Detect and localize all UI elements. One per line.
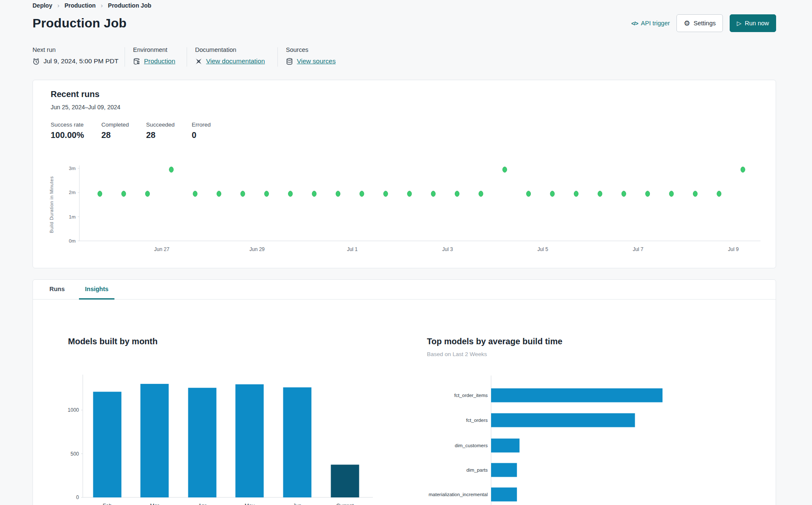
svg-text:Jul 3: Jul 3 <box>442 246 453 252</box>
sources-label: Sources <box>286 46 336 53</box>
svg-text:500: 500 <box>71 451 79 457</box>
recent-runs-card: Recent runs Jun 25, 2024–Jul 09, 2024 Su… <box>33 80 776 268</box>
documentation-label: Documentation <box>195 46 265 53</box>
view-documentation-link[interactable]: View documentation <box>206 57 265 65</box>
settings-label: Settings <box>694 20 716 27</box>
svg-text:fct_orders: fct_orders <box>466 418 488 423</box>
top-models-title: Top models by average build time <box>427 337 562 346</box>
svg-text:May: May <box>244 503 255 505</box>
build-duration-scatter-chart: 0m1m2m3mJun 27Jun 29Jul 1Jul 3Jul 5Jul 7… <box>41 143 772 259</box>
run-now-label: Run now <box>745 20 769 27</box>
svg-text:Jul 7: Jul 7 <box>633 246 644 252</box>
divider <box>277 47 278 67</box>
svg-text:3m: 3m <box>69 166 76 171</box>
header-actions: </> API trigger ⚙ Settings ▷ Run now <box>631 14 776 32</box>
meta-environment: Environment Production <box>133 46 175 65</box>
next-run-value: Jul 9, 2024, 5:00 PM PDT <box>43 57 118 65</box>
recent-runs-title: Recent runs <box>51 89 100 99</box>
page-title: Production Job <box>33 16 127 30</box>
recent-runs-date-range: Jun 25, 2024–Jul 09, 2024 <box>51 104 120 111</box>
stat-errored: Errored 0 <box>192 122 211 140</box>
job-detail-card: Runs Insights Models built by month 0500… <box>33 279 776 505</box>
divider <box>187 47 187 67</box>
svg-text:dim_parts: dim_parts <box>467 467 488 473</box>
svg-text:Feb: Feb <box>103 503 112 505</box>
svg-text:Jun 29: Jun 29 <box>250 246 265 252</box>
chevron-right-icon: › <box>57 2 60 9</box>
svg-text:1000: 1000 <box>68 407 79 413</box>
divider <box>125 47 125 67</box>
environment-link[interactable]: Production <box>144 57 175 65</box>
tab-insights[interactable]: Insights <box>79 280 114 300</box>
svg-text:Jul 9: Jul 9 <box>728 246 739 252</box>
api-trigger-label: API trigger <box>641 20 670 27</box>
dbt-icon <box>195 58 202 65</box>
svg-text:0: 0 <box>76 494 79 500</box>
play-icon: ▷ <box>737 20 741 26</box>
page-header: Production Job </> API trigger ⚙ Setting… <box>33 14 776 32</box>
meta-next-run: Next run Jul 9, 2024, 5:00 PM PDT <box>33 46 118 65</box>
tab-runs[interactable]: Runs <box>43 280 71 300</box>
svg-text:Jun: Jun <box>293 503 301 505</box>
api-trigger-link[interactable]: </> API trigger <box>631 20 670 27</box>
insights-panel: Models built by month 05001000FebMarAprM… <box>33 300 776 505</box>
breadcrumb-production-job: Production Job <box>108 2 152 9</box>
environment-label: Environment <box>133 46 175 53</box>
tab-bar: Runs Insights <box>33 280 776 300</box>
meta-sources: Sources View sources <box>286 46 336 65</box>
svg-text:materialization_incremental: materialization_incremental <box>429 492 488 497</box>
settings-button[interactable]: ⚙ Settings <box>676 14 723 32</box>
svg-text:dim_customers: dim_customers <box>455 443 488 448</box>
svg-text:Build Duration in Minutes: Build Duration in Minutes <box>49 176 54 233</box>
database-icon <box>286 58 293 65</box>
job-meta-row: Next run Jul 9, 2024, 5:00 PM PDT Enviro… <box>33 46 776 68</box>
svg-text:Mar: Mar <box>150 503 159 505</box>
svg-text:Current: Current <box>336 503 354 505</box>
breadcrumb-deploy[interactable]: Deploy <box>33 2 52 9</box>
stat-success-rate: Success rate 100.00% <box>51 122 84 140</box>
models-by-month-title: Models built by month <box>68 337 158 346</box>
svg-text:1m: 1m <box>69 214 76 219</box>
top-models-chart: 0m10s20s30s40sfct_order_itemsfct_ordersd… <box>379 367 759 505</box>
run-now-button[interactable]: ▷ Run now <box>730 14 776 32</box>
stat-completed: Completed 28 <box>101 122 129 140</box>
code-icon: </> <box>631 20 638 27</box>
svg-text:0m: 0m <box>69 238 76 243</box>
svg-text:2m: 2m <box>69 190 76 195</box>
svg-text:Apr: Apr <box>198 503 206 505</box>
next-run-label: Next run <box>33 46 118 53</box>
svg-text:Jul 1: Jul 1 <box>347 246 358 252</box>
svg-text:Jul 5: Jul 5 <box>538 246 549 252</box>
view-sources-link[interactable]: View sources <box>297 57 336 65</box>
clock-icon <box>33 58 40 65</box>
models-by-month-chart: 05001000FebMarAprMayJunCurrent <box>58 367 413 505</box>
meta-documentation: Documentation View documentation <box>195 46 265 65</box>
svg-text:fct_order_items: fct_order_items <box>454 393 488 398</box>
breadcrumb-production[interactable]: Production <box>65 2 96 9</box>
stat-succeeded: Succeeded 28 <box>146 122 175 140</box>
breadcrumb: Deploy › Production › Production Job <box>33 2 151 9</box>
chevron-right-icon: › <box>101 2 103 9</box>
svg-text:Jun 27: Jun 27 <box>154 246 169 252</box>
environment-icon <box>133 58 140 65</box>
top-models-subtitle: Based on Last 2 Weeks <box>427 351 487 357</box>
gear-icon: ⚙ <box>684 20 690 27</box>
